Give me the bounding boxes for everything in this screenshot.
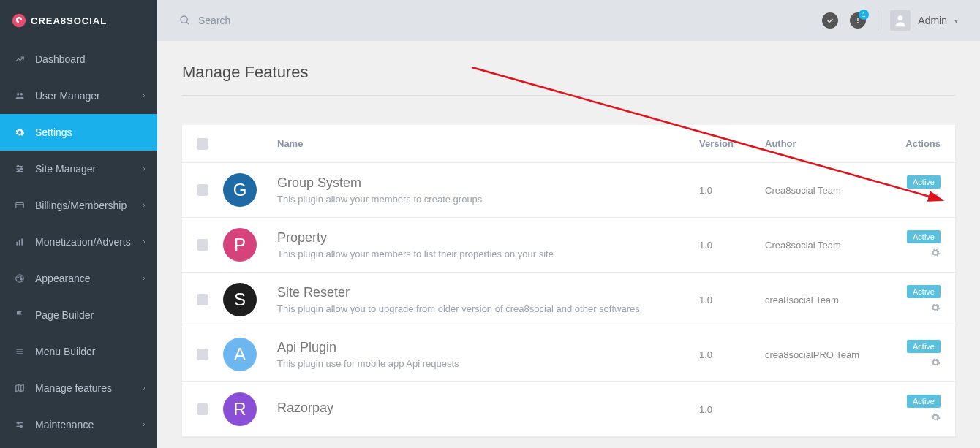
status-badge: Active <box>907 285 941 298</box>
map-icon <box>13 383 26 393</box>
svg-rect-9 <box>16 203 24 208</box>
sidebar-item-maintenance[interactable]: Maintenance <box>0 406 157 443</box>
brand[interactable]: CREA8SOCIAL <box>0 0 157 41</box>
plugin-author: Crea8social Team <box>765 185 897 196</box>
row-checkbox[interactable] <box>197 294 208 305</box>
svg-point-0 <box>12 14 26 27</box>
status-badge: Active <box>907 175 941 189</box>
plugin-avatar: G <box>223 173 257 207</box>
gear-icon <box>930 193 941 203</box>
chevron-right-icon <box>141 419 147 430</box>
row-checkbox[interactable] <box>197 349 208 360</box>
plugin-avatar: P <box>223 228 257 262</box>
plugin-desc: This plugin allow you to upgrade from ol… <box>277 303 685 314</box>
svg-point-15 <box>18 277 19 278</box>
notif-badge: 1 <box>859 10 869 20</box>
table-header: Name Version Author Actions <box>182 125 955 163</box>
divider <box>878 10 878 31</box>
sidebar-item-label: Monetization/Adverts <box>35 236 131 248</box>
sidebar-item-site-manager[interactable]: Site Manager <box>0 151 157 187</box>
username: Admin <box>918 15 947 26</box>
search[interactable] <box>179 15 418 26</box>
chevron-right-icon <box>141 273 147 284</box>
svg-rect-11 <box>16 242 18 246</box>
svg-rect-12 <box>19 240 20 246</box>
chevron-right-icon <box>141 200 147 211</box>
status-badge: Active <box>907 230 941 243</box>
sidebar-item-appearance[interactable]: Appearance <box>0 260 157 297</box>
row-settings-button[interactable] <box>930 248 941 260</box>
users-icon <box>13 91 26 101</box>
row-checkbox[interactable] <box>197 403 208 415</box>
sidebar-item-menu-builder[interactable]: Menu Builder <box>0 333 157 370</box>
chevron-right-icon <box>141 236 147 248</box>
features-table: Name Version Author Actions GGroup Syste… <box>182 125 955 437</box>
brand-text: CREA8SOCIAL <box>31 15 107 26</box>
sidebar-item-label: Menu Builder <box>35 346 96 357</box>
plugin-name: Api Plugin <box>277 340 685 355</box>
table-row: GGroup SystemThis plugin allow your memb… <box>182 163 955 218</box>
sidebar-item-label: Maintenance <box>35 419 94 430</box>
sidebar-item-dashboard[interactable]: Dashboard <box>0 41 157 77</box>
chart-icon <box>13 237 26 247</box>
notifications-button[interactable]: 1 <box>850 12 866 29</box>
svg-rect-13 <box>21 238 23 245</box>
sidebar-item-label: User Manager <box>35 90 100 102</box>
row-settings-button[interactable] <box>930 357 941 370</box>
table-row: PPropertyThis plugin allow your members … <box>182 218 955 273</box>
sidebar-item-label: Dashboard <box>35 53 86 65</box>
search-input[interactable] <box>198 15 418 26</box>
status-badge: Active <box>907 340 941 353</box>
dashboard-icon <box>13 54 26 64</box>
flag-icon <box>13 310 26 320</box>
plugin-author: crea8social Team <box>765 295 897 305</box>
plugin-avatar: S <box>223 283 257 316</box>
sidebar-item-label: Page Builder <box>35 309 94 321</box>
row-settings-button[interactable] <box>930 303 941 315</box>
plugin-avatar: R <box>223 392 257 426</box>
table-row: RRazorpay1.0Active <box>182 382 955 437</box>
palette-icon <box>13 273 26 284</box>
sidebar-item-label: Manage features <box>35 382 112 394</box>
table-row: AApi PluginThis plugin use for mobile ap… <box>182 327 955 382</box>
col-author: Author <box>765 138 897 149</box>
sidebar-item-page-builder[interactable]: Page Builder <box>0 297 157 333</box>
plugin-name: Property <box>277 230 685 246</box>
plugin-desc: This plugin use for mobile app Api reque… <box>277 358 685 369</box>
row-checkbox[interactable] <box>197 184 208 196</box>
svg-point-17 <box>20 278 22 280</box>
wrench-icon <box>13 419 26 430</box>
page-title: Manage Features <box>182 63 955 96</box>
check-circle-icon[interactable] <box>822 12 838 29</box>
plugin-name: Razorpay <box>277 400 685 416</box>
plugin-name: Group System <box>277 175 685 191</box>
svg-point-7 <box>20 168 22 170</box>
sidebar: CREA8SOCIAL DashboardUser ManagerSetting… <box>0 0 157 448</box>
sidebar-item-billings-membership[interactable]: Billings/Membership <box>0 187 157 224</box>
row-settings-button[interactable] <box>930 412 941 425</box>
gear-icon <box>930 412 941 422</box>
svg-rect-25 <box>18 422 19 424</box>
sidebar-item-settings[interactable]: Settings <box>0 114 157 151</box>
col-name: Name <box>277 138 699 149</box>
row-checkbox[interactable] <box>197 239 208 251</box>
plugin-author: Crea8social Team <box>765 240 897 251</box>
sidebar-item-manage-features[interactable]: Manage features <box>0 370 157 406</box>
plugin-name: Site Reseter <box>277 285 685 300</box>
chevron-right-icon <box>141 163 147 175</box>
sidebar-item-user-manager[interactable]: User Manager <box>0 77 157 114</box>
chevron-down-icon: ▾ <box>954 17 958 25</box>
gear-icon <box>930 357 941 368</box>
sliders-icon <box>13 164 26 174</box>
status-badge: Active <box>907 395 941 408</box>
sidebar-item-label: Site Manager <box>35 163 96 175</box>
svg-point-6 <box>18 165 19 167</box>
svg-point-27 <box>181 16 187 23</box>
svg-point-16 <box>20 276 21 278</box>
user-menu[interactable]: Admin ▾ <box>890 10 958 31</box>
chevron-right-icon <box>141 382 147 394</box>
select-all-checkbox[interactable] <box>197 138 208 150</box>
svg-rect-30 <box>858 22 859 23</box>
sidebar-item-monetization-adverts[interactable]: Monetization/Adverts <box>0 224 157 260</box>
row-settings-button[interactable] <box>930 193 941 205</box>
